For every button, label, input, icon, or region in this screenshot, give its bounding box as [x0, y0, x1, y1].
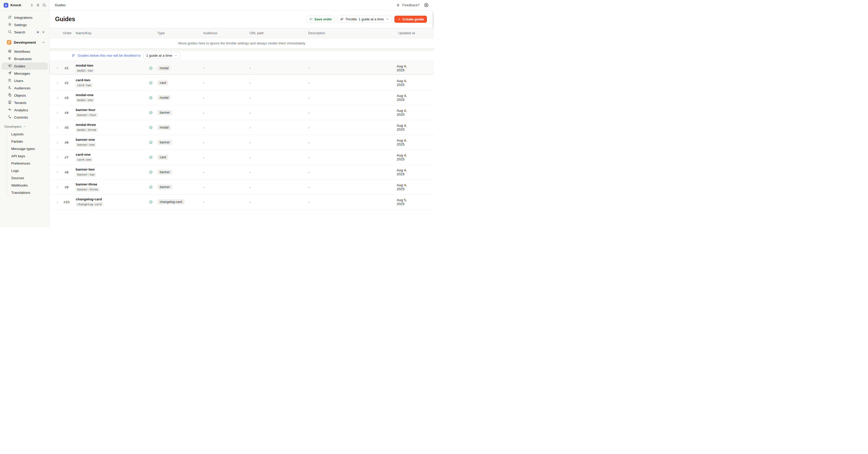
table-row[interactable]: #4 banner-four banner-four banner - - - … — [50, 105, 434, 120]
sidebar-item-webhooks[interactable]: Webhooks — [7, 181, 49, 189]
table-row[interactable]: #9 banner-three banner-three banner - - … — [50, 180, 434, 195]
sidebar-item-message-types[interactable]: Message types — [7, 145, 49, 152]
pulse-icon — [8, 108, 12, 112]
notifications-bell-icon[interactable] — [36, 3, 40, 7]
sidebar-item-partials[interactable]: Partials — [7, 138, 49, 145]
workspace-switcher[interactable]: k Knock — [0, 0, 49, 10]
account-avatar-button[interactable] — [424, 3, 429, 7]
drag-handle-icon[interactable] — [50, 155, 63, 159]
drag-handle-icon[interactable] — [50, 111, 63, 115]
unthrottled-dropzone[interactable]: Move guides here to ignore the throttle … — [50, 38, 434, 48]
guide-order: #10 — [63, 200, 70, 204]
throttle-divider-link[interactable]: Guides below this row will be throttled … — [71, 54, 141, 57]
column-updated-at: Updated at — [397, 31, 434, 35]
guide-name-key: banner-two banner-two — [70, 167, 148, 177]
guide-key-badge: banner-two — [76, 172, 96, 177]
table-row[interactable]: #3 modal-one modal-one modal - - - Aug 4… — [50, 90, 434, 105]
sidebar-item-label: Broadcasts — [14, 57, 32, 61]
workspace-updown-icon[interactable] — [30, 3, 34, 7]
sidebar-item-messages[interactable]: Messages — [2, 70, 48, 77]
sidebar-item-label: Search — [14, 30, 25, 34]
sidebar-item-search[interactable]: Search ⌘ K — [2, 28, 48, 36]
table-row[interactable]: #8 banner-two banner-two banner - - - Au… — [50, 165, 434, 180]
guide-key-badge: banner-three — [76, 187, 99, 192]
sidebar-item-translations[interactable]: Translations — [7, 189, 49, 196]
throttle-divider-text: Guides below this row will be throttled … — [78, 54, 141, 57]
megaphone-icon — [396, 3, 400, 7]
sidebar-item-api-keys[interactable]: API keys — [7, 152, 49, 160]
drag-handle-icon[interactable] — [50, 66, 63, 70]
drag-handle-icon[interactable] — [50, 141, 63, 144]
search-icon[interactable] — [42, 3, 46, 7]
feedback-button[interactable]: Feedback? — [396, 3, 420, 7]
environment-switcher[interactable]: Development — [2, 38, 48, 46]
app-window: k Knock Integrations Settings Search — [0, 0, 434, 227]
chevron-down-icon — [174, 54, 178, 57]
drag-handle-icon[interactable] — [50, 126, 63, 130]
sidebar-item-sources[interactable]: Sources — [7, 174, 49, 181]
sidebar-item-integrations[interactable]: Integrations — [2, 14, 48, 21]
drag-handle-icon[interactable] — [50, 200, 63, 204]
developers-section-toggle[interactable]: Developers — [0, 123, 49, 130]
throttle-dropdown-button[interactable]: Throttle: 1 guide at a time — [337, 16, 392, 23]
active-status-check-icon — [148, 185, 154, 189]
guide-type-badge: modal — [157, 125, 171, 130]
guides-icon — [8, 64, 12, 68]
guide-type-badge: changelog-card — [157, 199, 185, 204]
table-row[interactable]: #6 banner-one banner-one banner - - - Au… — [50, 135, 434, 150]
sidebar-item-label: Commits — [14, 115, 28, 119]
guide-name-key: banner-three banner-three — [70, 182, 148, 192]
guide-updated-at: Aug 4, 2025 — [397, 109, 434, 116]
drag-handle-icon[interactable] — [50, 96, 63, 100]
plus-icon — [398, 18, 401, 21]
sidebar-item-tenants[interactable]: Tenants — [2, 99, 48, 106]
environment-name: Development — [14, 40, 39, 45]
throttle-amount-select[interactable]: 1 guide at a time — [143, 52, 180, 59]
guide-type-badge: modal — [157, 65, 171, 71]
sidebar-item-preferences[interactable]: Preferences — [7, 160, 49, 167]
sidebar-item-objects[interactable]: Objects — [2, 92, 48, 99]
sidebar-item-commits[interactable]: Commits — [2, 114, 48, 121]
guide-updated-at: Aug 4, 2025 — [397, 183, 434, 191]
guide-order: #8 — [63, 170, 70, 174]
drag-handle-icon[interactable] — [50, 185, 63, 189]
save-order-button[interactable]: Save order — [306, 16, 335, 23]
building-icon — [8, 100, 12, 105]
guide-url-path: - — [247, 111, 306, 115]
guide-order: #2 — [63, 81, 70, 85]
active-status-check-icon — [148, 111, 154, 114]
table-row[interactable]: #5 modal-three modal-three modal - - - A… — [50, 120, 434, 135]
column-url-path: URL path — [247, 31, 306, 35]
sort-descending-icon — [340, 18, 344, 21]
sidebar-item-audiences[interactable]: Audiences — [2, 84, 48, 92]
guide-name: banner-three — [76, 182, 97, 186]
git-branch-icon — [7, 40, 11, 45]
sidebar-item-analytics[interactable]: Analytics — [2, 106, 48, 114]
table-row[interactable]: #10 changelog-card changelog-card change… — [50, 195, 434, 209]
sidebar-item-settings[interactable]: Settings — [2, 21, 48, 28]
vertical-scrollbar[interactable] — [433, 12, 433, 27]
create-guide-button[interactable]: Create guide — [394, 16, 427, 23]
table-row[interactable]: #7 card-one card-one card - - - Aug 4, 2… — [50, 150, 434, 165]
sidebar-item-layouts[interactable]: Layouts — [7, 130, 49, 138]
active-status-check-icon — [148, 155, 154, 159]
guide-description: - — [306, 96, 397, 100]
drag-handle-icon[interactable] — [50, 81, 63, 85]
chevron-down-icon — [42, 41, 45, 44]
sidebar-item-logs[interactable]: Logs — [7, 167, 49, 174]
table-row[interactable]: #2 card-two card-two card - - - Aug 4, 2… — [50, 76, 434, 90]
copy-icon — [8, 93, 12, 98]
sidebar-item-label: Analytics — [14, 108, 28, 112]
table-row[interactable]: #1 modal-two modal-two modal - - - Aug 4… — [50, 62, 434, 74]
guide-updated-at: Aug 4, 2025 — [397, 168, 434, 176]
guide-type-cell: modal — [154, 65, 201, 71]
throttle-button-label: Throttle: 1 guide at a time — [345, 17, 384, 21]
drag-handle-icon[interactable] — [50, 170, 63, 174]
active-status-check-icon — [148, 81, 154, 85]
sidebar-item-users[interactable]: Users — [2, 77, 48, 84]
sidebar-item-workflows[interactable]: Workflows — [2, 48, 48, 55]
guide-description: - — [306, 155, 397, 159]
guide-key-badge: banner-one — [76, 143, 96, 147]
sidebar-item-broadcasts[interactable]: Broadcasts — [2, 55, 48, 62]
sidebar-item-guides[interactable]: Guides — [2, 62, 48, 70]
